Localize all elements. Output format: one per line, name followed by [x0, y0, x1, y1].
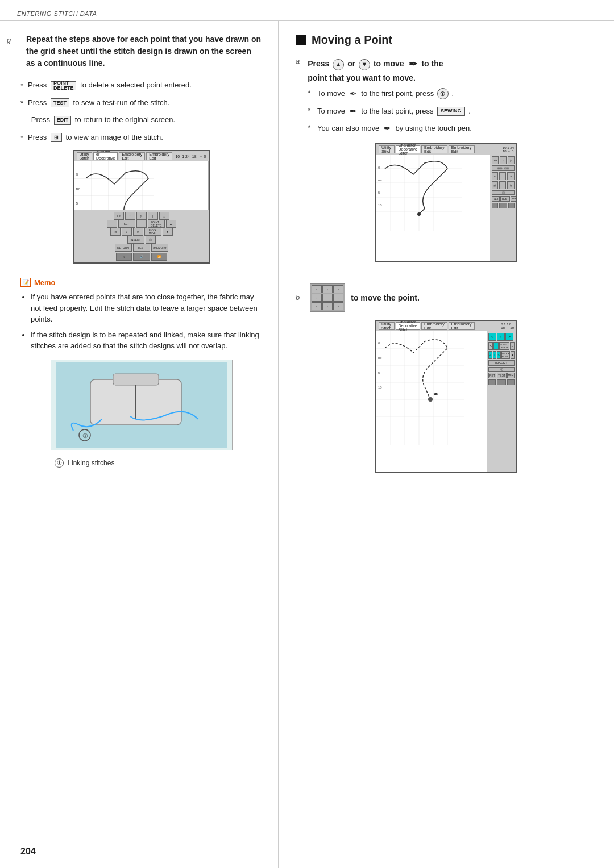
image-button[interactable]: ⊞	[51, 133, 62, 142]
r-return-btn: RET	[492, 196, 500, 202]
svg-point-23	[417, 212, 421, 216]
nav-dn: ↓	[322, 302, 333, 310]
right-screen-b: UtilityStitch CharacterDecorativeStitch …	[375, 320, 517, 473]
r-controls-a: ⊳⊳ ↑ ▷ ⊞⊟□⊡⊠ ← ↑ → ⊴	[490, 155, 516, 261]
r-ctrl-bm: BLOCKMOVE	[501, 351, 511, 359]
r-screen-top-bar-a: UtilityStitch CharacterDecorativeStitch …	[376, 144, 516, 155]
ctrl-btn-dl: ⊴	[110, 228, 121, 236]
down-circle-btn[interactable]: ▼	[359, 59, 370, 70]
svg-text:①: ①	[82, 432, 88, 439]
step-g-bold-text: Repeat the steps above for each point th…	[20, 34, 262, 69]
edit-button[interactable]: EDIT	[54, 116, 72, 125]
test-button[interactable]: TEST	[51, 98, 69, 107]
bullet-3: Press EDIT to return to the original scr…	[20, 114, 262, 126]
ctrl-btn-up-sm: ▲	[166, 220, 176, 228]
page-number: 204	[20, 846, 36, 857]
r-ctrl-2: ↑	[500, 156, 507, 164]
memo-title: 📝 Memo	[20, 278, 262, 287]
r-ctrl-up-2: ▲	[510, 342, 515, 350]
r-ctrl-dn-2: ▼	[511, 351, 515, 359]
point-delete-button[interactable]: POINTDELETE	[51, 81, 77, 90]
left-column: g Repeat the steps above for each point …	[0, 21, 279, 868]
sub-bullet-2-text: To move ✒ to the last point, press SEWIN…	[317, 105, 471, 118]
r-tab-emb1: EmbroideryEdit	[421, 145, 447, 153]
nav-up: ↑	[322, 285, 333, 293]
sub-bullet-1: * To move ✒ to the first point, press ① …	[308, 87, 472, 101]
use-text: to move the point.	[351, 293, 420, 302]
cursor-icon: ✒	[409, 57, 417, 72]
circled-1: ①	[55, 458, 64, 468]
memo-bullet-2: If the stitch design is to be repeated a…	[31, 329, 262, 352]
r-ctrl-br: ⊵	[507, 181, 515, 189]
r-bottom-icons-b	[488, 379, 515, 385]
r-tab-emb2-b: EmbroideryEdit	[449, 322, 475, 330]
page-header: ENTERING STITCH DATA	[0, 0, 614, 21]
tab-embroidery-2: EmbroideryEdit	[146, 152, 172, 160]
sub-star-3: *	[308, 122, 313, 133]
right-column: Moving a Point a Press ▲ or ▼ to move	[279, 21, 614, 868]
memo-bullets: If you have entered points that are too …	[20, 291, 262, 352]
r-tab-emb1-b: EmbroideryEdit	[421, 322, 447, 330]
step-a-label: a	[296, 57, 300, 65]
r-b-icon-2	[497, 379, 506, 385]
step-a-instruction: Press ▲ or ▼ to move ✒ to the point that…	[308, 57, 472, 84]
first-point-btn[interactable]: ①	[437, 88, 449, 99]
nav-grid-display: ↖ ↑ ↗ ← · → ↙ ↓ ↘	[310, 283, 345, 312]
r-tab-char: CharacterDecorativeStitch	[396, 145, 420, 153]
r-canvas-a: 0ne510	[376, 155, 490, 261]
bullet-1-content: Press POINTDELETE to delete a selected p…	[28, 80, 192, 91]
r-cyan-6: ↓	[493, 351, 497, 359]
black-square-icon	[296, 35, 306, 45]
bullet-2-content: Press TEST to sew a test-run of the stit…	[28, 97, 169, 108]
ctrl-row-4: INSERT ⓘ	[76, 236, 207, 244]
sub-star-2: *	[308, 105, 313, 116]
up-circle-btn[interactable]: ▲	[333, 59, 344, 70]
cursor-icon-2: ✒	[350, 87, 357, 101]
nav-right: →	[333, 294, 343, 302]
r-canvas-b: ✒ 0ne510	[376, 331, 487, 472]
step-a-header: a Press ▲ or ▼ to move ✒ to the point th…	[296, 57, 597, 140]
sub-star-1: *	[308, 87, 313, 99]
ctrl-btn-info2: ⓘ	[146, 236, 156, 244]
r-cyan-4: ·	[493, 342, 498, 350]
right-screen-a: UtilityStitch CharacterDecorativeStitch …	[375, 143, 517, 262]
sewing-button[interactable]: SEWING	[437, 107, 465, 116]
ctrl-btn-3: ▷	[136, 212, 147, 220]
linking-stitches-illustration: ①	[56, 362, 227, 448]
r-tab-char-b: CharacterDecorativeStitch	[396, 322, 420, 330]
ctrl-btn-insert: INSERT	[127, 236, 144, 244]
ctrl-btn-dn: ↓	[122, 228, 132, 236]
sub-bullet-2: * To move ✒ to the last point, press SEW…	[308, 105, 472, 118]
bullet-star-3	[20, 115, 27, 126]
step-a-sub-bullets: * To move ✒ to the first point, press ① …	[308, 87, 472, 135]
r-icon-1	[492, 203, 498, 208]
r-ctrl-icons-row	[492, 203, 515, 208]
ctrl-btn-2: ↑	[125, 212, 135, 220]
bullet-star-1: *	[20, 80, 23, 91]
nav-center: ·	[322, 294, 333, 302]
step-b-label: b	[296, 293, 300, 302]
r-ctrl-up: ↑	[499, 172, 507, 180]
ctrl-btn-dr: ⊵	[133, 228, 143, 236]
r-screen-top-bar-b: UtilityStitch CharacterDecorativeStitch …	[376, 321, 516, 331]
nav-dn-right: ↘	[333, 302, 343, 310]
ctrl-btn-left: ←	[107, 220, 117, 228]
r-test-b: TEST	[497, 373, 507, 378]
screen-top-bar: UtilityStitch Charact-erDecorativeStitch…	[74, 151, 209, 161]
ctrl-btn-1: ⊳⊳	[114, 212, 124, 220]
svg-rect-11	[113, 374, 159, 385]
r-cyan-7: ↘	[497, 351, 501, 359]
step-g-bullets: * Press POINTDELETE to delete a selected…	[20, 80, 262, 143]
bullet-1: * Press POINTDELETE to delete a selected…	[20, 80, 262, 91]
caption-text: Linking stitches	[68, 458, 114, 466]
ctrl-btn-point-delete: POINTDELETE	[148, 220, 165, 228]
section-title-block: Moving a Point	[296, 34, 597, 47]
bullet-4: * Press ⊞ to view an image of the stitch…	[20, 132, 262, 144]
ctrl-icon-left: 🖨	[116, 253, 132, 261]
sub-bullet-3-text: You can also move ✒ by using the touch p…	[317, 122, 472, 135]
nav-left: ←	[312, 294, 322, 302]
bullet-star-4: *	[20, 132, 23, 144]
r-cyan-1: ↖	[488, 333, 496, 341]
r-return-b: RET	[488, 373, 496, 378]
r-ctrl-info: ⓘ	[492, 190, 515, 195]
